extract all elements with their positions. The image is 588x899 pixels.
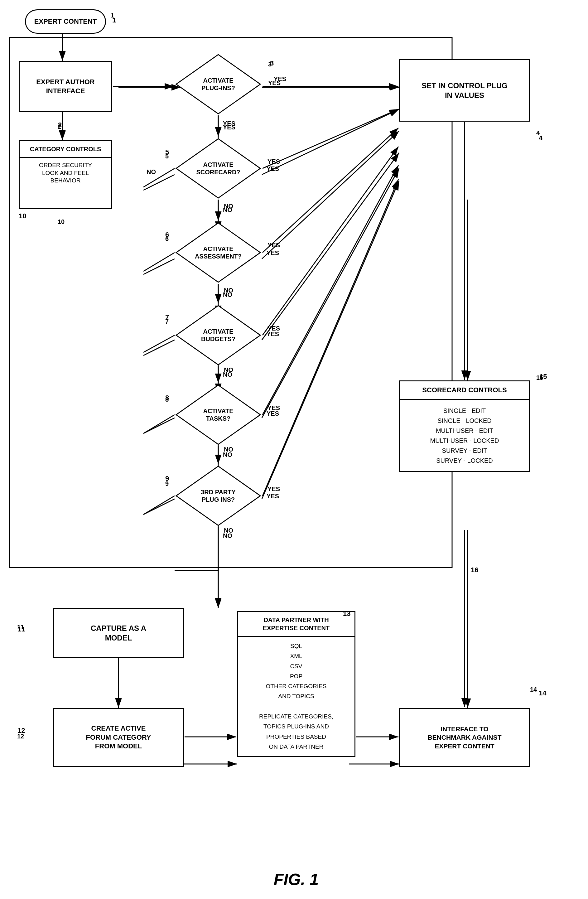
label-7: 7	[165, 318, 169, 325]
figure-caption: FIG. 1	[234, 870, 358, 889]
svg-text:YES: YES	[267, 485, 280, 493]
label-3: 3	[268, 61, 272, 68]
label-6: 6	[165, 235, 169, 243]
expert-author-label: EXPERT AUTHORINTERFACE	[36, 78, 94, 96]
svg-line-46	[262, 109, 398, 168]
scorecard-controls-header: SCORECARD CONTROLS	[400, 382, 529, 399]
svg-line-72	[144, 496, 174, 514]
scorecard-controls-body: SINGLE - EDIT SINGLE - LOCKED MULTI-USER…	[400, 399, 529, 471]
scorecard-controls-box: SCORECARD CONTROLS SINGLE - EDIT SINGLE …	[399, 380, 530, 472]
yes-assessment: YES	[267, 249, 279, 256]
no-scorecard: NO	[224, 203, 233, 210]
svg-line-8	[262, 109, 399, 175]
svg-line-27	[144, 175, 174, 190]
svg-text:YES: YES	[267, 242, 280, 249]
data-partner-body: SQLXMLCSVPOPOTHER CATEGORIESAND TOPICS R…	[238, 636, 355, 756]
yes-scorecard: YES	[267, 165, 279, 173]
label-9: 9	[165, 480, 169, 487]
svg-line-56	[144, 253, 174, 271]
create-forum-label: CREATE ACTIVEFORUM CATEGORYFROM MODEL	[86, 724, 151, 751]
svg-line-50	[144, 168, 174, 187]
svg-text:YES: YES	[267, 158, 280, 165]
svg-line-52	[262, 128, 398, 253]
label-4: 4	[536, 130, 540, 137]
data-partner-box: DATA PARTNER WITHEXPERTISE CONTENT SQLXM…	[237, 611, 355, 757]
label-14: 14	[530, 686, 537, 693]
svg-text:NO: NO	[147, 168, 156, 175]
interface-benchmark-box: INTERFACE TOBENCHMARK AGAINSTEXPERT CONT…	[399, 708, 530, 767]
activate-assessment-diamond: ACTIVATEASSESSMENT?	[174, 221, 262, 284]
activate-tasks-label: ACTIVATETASKS?	[203, 407, 233, 422]
label-12: 12	[17, 733, 24, 740]
activate-budgets-diamond: ACTIVATEBUDGETS?	[174, 304, 262, 366]
expert-author-interface-box: EXPERT AUTHORINTERFACE	[19, 61, 112, 112]
svg-text:16: 16	[471, 566, 478, 574]
no-budgets: NO	[224, 366, 233, 374]
capture-model-label: CAPTURE AS AMODEL	[91, 623, 146, 643]
svg-line-29	[144, 340, 174, 355]
yes-plugins: YES	[223, 120, 235, 127]
third-party-label: 3RD PARTYPLUG INS?	[201, 488, 236, 503]
svg-line-67	[262, 179, 398, 496]
svg-text:10: 10	[19, 212, 26, 220]
svg-text:14: 14	[539, 689, 546, 697]
activate-budgets-label: ACTIVATEBUDGETS?	[201, 328, 235, 343]
svg-line-10	[262, 131, 399, 259]
data-partner-header: DATA PARTNER WITHEXPERTISE CONTENT	[238, 612, 355, 636]
category-controls-header: CATEGORY CONTROLS	[20, 141, 111, 157]
label-1: 1	[111, 12, 114, 19]
label-8: 8	[165, 396, 169, 403]
expert-content-box: EXPERT CONTENT	[25, 9, 106, 34]
yes-plugins-right: YES	[268, 80, 281, 87]
capture-model-box: CAPTURE AS AMODEL	[53, 608, 184, 658]
no-assessment: NO	[224, 287, 233, 294]
activate-plugins-label: ACTIVATEPLUG-INS?	[201, 77, 235, 92]
third-party-diamond: 3RD PARTYPLUG INS?	[174, 465, 262, 527]
label-15: 15	[536, 374, 543, 382]
label-5: 5	[165, 153, 169, 160]
svg-line-62	[262, 165, 398, 415]
create-forum-box: CREATE ACTIVEFORUM CATEGORYFROM MODEL	[53, 708, 184, 767]
svg-line-16	[262, 181, 399, 499]
expert-content-label: EXPERT CONTENT	[34, 17, 97, 26]
svg-line-12	[262, 153, 399, 340]
activate-plugins-diamond: ACTIVATEPLUG-INS?	[174, 53, 262, 115]
interface-benchmark-label: INTERFACE TOBENCHMARK AGAINSTEXPERT CONT…	[427, 725, 501, 750]
svg-line-57	[262, 147, 398, 335]
label-11: 11	[17, 624, 24, 631]
no-tasks: NO	[224, 446, 233, 453]
activate-assessment-label: ACTIVATEASSESSMENT?	[195, 245, 242, 260]
label-10: 10	[58, 218, 65, 226]
yes-budgets: YES	[267, 331, 279, 338]
set-in-control-box: SET IN CONTROL PLUGIN VALUES	[399, 59, 530, 122]
svg-line-66	[144, 415, 174, 433]
yes-tasks: YES	[267, 410, 279, 417]
activate-scorecard-label: ACTIVATESCORECARD?	[196, 161, 240, 176]
no-third: NO	[224, 527, 233, 534]
set-in-control-label: SET IN CONTROL PLUGIN VALUES	[421, 81, 508, 100]
svg-line-31	[144, 499, 174, 514]
diagram-container: EXPERT CONTENT 1 EXPERT AUTHORINTERFACE …	[0, 0, 588, 899]
svg-line-14	[262, 168, 399, 418]
activate-tasks-diamond: ACTIVATETASKS?	[174, 383, 262, 446]
svg-line-28	[144, 259, 174, 274]
svg-line-30	[144, 418, 174, 433]
yes-third: YES	[267, 493, 279, 500]
category-controls-body: ORDER SECURITYLOOK AND FEELBEHAVIOR	[20, 157, 111, 188]
category-controls-box: CATEGORY CONTROLS ORDER SECURITYLOOK AND…	[19, 140, 112, 209]
label-2: 2	[58, 123, 61, 130]
activate-scorecard-diamond: ACTIVATESCORECARD?	[174, 137, 262, 199]
svg-line-61	[144, 335, 174, 352]
